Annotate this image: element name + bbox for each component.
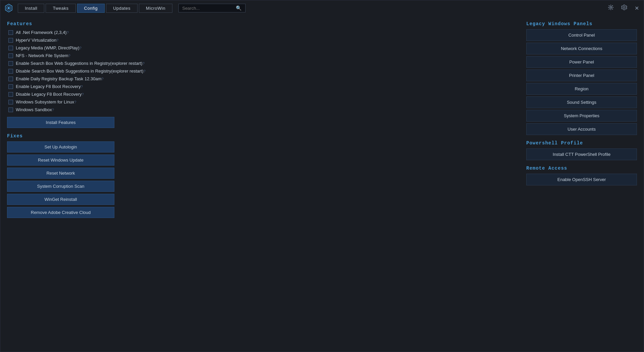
svg-point-1 <box>610 7 612 8</box>
settings-icon-button[interactable] <box>606 4 615 12</box>
sound-settings-button[interactable]: Sound Settings <box>526 96 637 108</box>
feature-sandbox[interactable]: Windows Sandbox? <box>7 106 242 113</box>
feature-enable-f8[interactable]: Enable Legacy F8 Boot Recovery? <box>7 83 242 90</box>
printer-panel-button[interactable]: Printer Panel <box>526 70 637 81</box>
main-content: Features All .Net Framework (2,3,4)? Hyp… <box>0 16 644 352</box>
help-icon: ? <box>81 85 83 89</box>
powershell-section: Powershell Profile Install CTT PowerShel… <box>526 140 637 160</box>
help-icon: ? <box>143 61 145 65</box>
feature-nfs[interactable]: NFS - Network File System? <box>7 52 242 59</box>
system-properties-button[interactable]: System Properties <box>526 110 637 122</box>
app-logo <box>4 3 14 13</box>
powershell-buttons: Install CTT PowerShell Profile <box>526 148 637 160</box>
feature-disable-search-checkbox[interactable] <box>8 69 13 74</box>
left-panel: Features All .Net Framework (2,3,4)? Hyp… <box>7 21 242 346</box>
tab-install[interactable]: Install <box>18 4 44 13</box>
feature-sandbox-checkbox[interactable] <box>8 107 13 112</box>
remote-access-section: Remote Access Enable OpenSSH Server <box>526 166 637 185</box>
remove-adobe-button[interactable]: Remove Adobe Creative Cloud <box>7 207 114 218</box>
window-controls: ✕ <box>606 4 640 12</box>
features-section: Features All .Net Framework (2,3,4)? Hyp… <box>7 21 242 128</box>
feature-disable-f8[interactable]: Disable Legacy F8 Boot Recovery? <box>7 91 242 97</box>
search-bar: 🔍 <box>178 4 246 12</box>
help-icon: ? <box>52 108 54 112</box>
fixes-title: Fixes <box>7 133 242 139</box>
reset-network-button[interactable]: Reset Network <box>7 168 114 179</box>
right-panel: Legacy Windows Panels Control Panel Netw… <box>526 21 637 346</box>
feature-dotnet[interactable]: All .Net Framework (2,3,4)? <box>7 29 242 36</box>
help-icon: ? <box>79 46 82 50</box>
region-button[interactable]: Region <box>526 83 637 95</box>
help-icon: ? <box>74 100 76 104</box>
feature-hyperv-checkbox[interactable] <box>8 38 13 43</box>
install-features-button[interactable]: Install Features <box>7 117 114 128</box>
gear-button[interactable] <box>620 4 629 12</box>
help-icon: ? <box>56 38 58 42</box>
feature-disable-search[interactable]: Disable Search Box Web Suggestions in Re… <box>7 68 242 74</box>
feature-legacy-media[interactable]: Legacy Media (WMP, DirectPlay)? <box>7 45 242 51</box>
features-checkbox-list: All .Net Framework (2,3,4)? HyperV Virtu… <box>7 29 242 113</box>
app-window: Install Tweaks Config Updates MicroWin 🔍 <box>0 0 644 352</box>
tab-updates[interactable]: Updates <box>106 4 138 13</box>
legacy-panels-section: Legacy Windows Panels Control Panel Netw… <box>526 21 637 135</box>
help-icon: ? <box>68 54 70 58</box>
features-title: Features <box>7 21 242 27</box>
feature-hyperv[interactable]: HyperV Virtualization? <box>7 37 242 43</box>
svg-point-2 <box>624 7 625 8</box>
feature-enable-search[interactable]: Enable Search Box Web Suggestions in Reg… <box>7 60 242 67</box>
remote-access-buttons: Enable OpenSSH Server <box>526 174 637 185</box>
enable-openssh-button[interactable]: Enable OpenSSH Server <box>526 174 637 185</box>
legacy-panels-title: Legacy Windows Panels <box>526 21 637 27</box>
feature-nfs-checkbox[interactable] <box>8 53 13 58</box>
winget-reinstall-button[interactable]: WinGet Reinstall <box>7 194 114 205</box>
reset-windows-update-button[interactable]: Reset Windows Update <box>7 155 114 166</box>
tab-config[interactable]: Config <box>77 4 105 13</box>
help-icon: ? <box>82 92 84 96</box>
network-connections-button[interactable]: Network Connections <box>526 43 637 54</box>
help-icon: ? <box>144 69 146 73</box>
fixes-buttons: Set Up Autologin Reset Windows Update Re… <box>7 141 242 218</box>
close-button[interactable]: ✕ <box>633 4 640 12</box>
help-icon: ? <box>67 31 69 35</box>
fixes-section: Fixes Set Up Autologin Reset Windows Upd… <box>7 133 242 218</box>
feature-wsl[interactable]: Windows Subsystem for Linux? <box>7 99 242 105</box>
setup-autologin-button[interactable]: Set Up Autologin <box>7 141 114 152</box>
remote-access-title: Remote Access <box>526 166 637 171</box>
title-bar: Install Tweaks Config Updates MicroWin 🔍 <box>0 0 644 16</box>
powershell-title: Powershell Profile <box>526 140 637 146</box>
feature-daily-backup[interactable]: Enable Daily Registry Backup Task 12.30a… <box>7 76 242 82</box>
tab-tweaks[interactable]: Tweaks <box>46 4 75 13</box>
feature-enable-f8-checkbox[interactable] <box>8 84 13 89</box>
feature-dotnet-checkbox[interactable] <box>8 30 13 35</box>
feature-wsl-checkbox[interactable] <box>8 100 13 104</box>
feature-disable-f8-checkbox[interactable] <box>8 92 13 97</box>
feature-daily-backup-checkbox[interactable] <box>8 77 13 81</box>
nav-tabs: Install Tweaks Config Updates MicroWin <box>18 4 172 13</box>
control-panel-button[interactable]: Control Panel <box>526 29 637 41</box>
install-ctt-button[interactable]: Install CTT PowerShell Profile <box>526 148 637 160</box>
svg-point-0 <box>8 7 10 9</box>
help-icon: ? <box>102 77 104 81</box>
user-accounts-button[interactable]: User Accounts <box>526 123 637 135</box>
power-panel-button[interactable]: Power Panel <box>526 56 637 68</box>
tab-microwin[interactable]: MicroWin <box>139 4 172 13</box>
search-input[interactable] <box>182 6 236 11</box>
search-icon: 🔍 <box>236 5 241 11</box>
feature-enable-search-checkbox[interactable] <box>8 61 13 66</box>
legacy-panel-buttons: Control Panel Network Connections Power … <box>526 29 637 135</box>
feature-legacy-media-checkbox[interactable] <box>8 46 13 50</box>
system-corruption-scan-button[interactable]: System Corruption Scan <box>7 181 114 192</box>
